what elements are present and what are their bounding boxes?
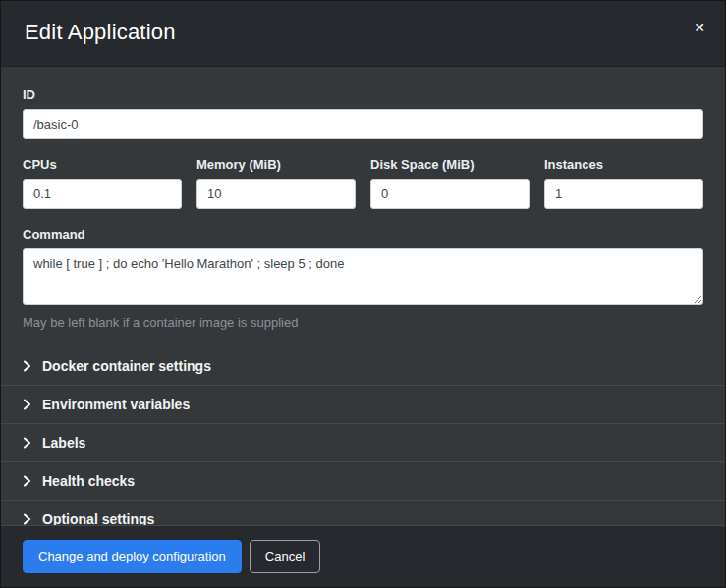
section-label: Health checks [42, 473, 135, 489]
section-label: Optional settings [42, 511, 154, 525]
memory-field-group: Memory (MiB) [196, 157, 356, 209]
cpus-field-group: CPUs [23, 157, 182, 209]
memory-label: Memory (MiB) [196, 157, 356, 172]
cancel-button[interactable]: Cancel [250, 540, 320, 573]
chevron-right-icon [23, 513, 31, 525]
chevron-right-icon [23, 437, 31, 449]
instances-input[interactable] [544, 179, 703, 209]
accordion-sections: Docker container settings Environment va… [1, 347, 725, 525]
command-label: Command [23, 227, 703, 241]
modal-header: Edit Application ✕ [1, 1, 725, 67]
edit-application-modal: Edit Application ✕ ID CPUs Memory (MiB) … [0, 0, 726, 588]
section-optional-settings[interactable]: Optional settings [1, 501, 725, 525]
section-labels[interactable]: Labels [1, 424, 725, 462]
chevron-right-icon [23, 475, 31, 487]
id-input[interactable] [23, 109, 703, 139]
id-field-group: ID [23, 87, 703, 139]
chevron-right-icon [23, 360, 31, 372]
section-environment-variables[interactable]: Environment variables [1, 386, 725, 424]
memory-input[interactable] [196, 179, 356, 209]
modal-body: ID CPUs Memory (MiB) Disk Space (MiB) In… [1, 67, 725, 525]
cpus-label: CPUs [23, 157, 182, 172]
section-docker-container-settings[interactable]: Docker container settings [1, 347, 725, 386]
section-label: Docker container settings [42, 358, 211, 374]
instances-field-group: Instances [544, 157, 703, 209]
modal-title: Edit Application [25, 20, 701, 45]
command-field-group: Command while [ true ] ; do echo 'Hello … [23, 227, 703, 330]
cpus-input[interactable] [23, 179, 182, 209]
disk-label: Disk Space (MiB) [370, 157, 530, 172]
close-icon[interactable]: ✕ [690, 17, 709, 38]
instances-label: Instances [544, 157, 703, 172]
change-and-deploy-button[interactable]: Change and deploy configuration [23, 540, 242, 573]
command-input[interactable]: while [ true ] ; do echo 'Hello Marathon… [23, 248, 703, 305]
section-label: Labels [42, 435, 85, 451]
section-label: Environment variables [42, 397, 190, 412]
resources-row: CPUs Memory (MiB) Disk Space (MiB) Insta… [23, 157, 703, 209]
disk-input[interactable] [370, 179, 530, 209]
modal-footer: Change and deploy configuration Cancel [1, 525, 725, 587]
disk-field-group: Disk Space (MiB) [370, 157, 530, 209]
id-label: ID [23, 87, 703, 102]
command-help-text: May be left blank if a container image i… [23, 315, 703, 330]
section-health-checks[interactable]: Health checks [1, 462, 725, 501]
chevron-right-icon [23, 399, 31, 410]
